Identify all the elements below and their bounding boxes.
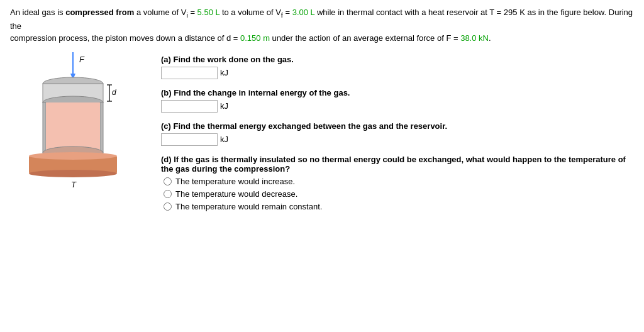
question-c: (c) Find the thermal energy exchanged be…: [161, 121, 634, 146]
question-a: (a) Find the work done on the gas. kJ: [161, 55, 634, 79]
svg-rect-11: [100, 102, 103, 153]
F-value: 38.0 kN: [460, 33, 489, 43]
svg-point-15: [29, 152, 117, 160]
radio-constant[interactable]: [164, 202, 172, 211]
d-value: 0.150 m: [240, 33, 270, 43]
answer-b-input[interactable]: [161, 100, 218, 113]
radio-increase[interactable]: [164, 177, 172, 185]
radio-increase-label: The temperature would increase.: [175, 177, 295, 186]
question-b-label: (b) Find the change in internal energy o…: [161, 88, 634, 97]
vf-value: 3.00 L: [292, 8, 315, 17]
radio-decrease-label: The temperature would decrease.: [175, 189, 297, 199]
question-b: (b) Find the change in internal energy o…: [161, 88, 634, 113]
svg-rect-12: [46, 102, 100, 153]
radio-option-1[interactable]: The temperature would increase.: [164, 177, 634, 186]
question-a-label: (a) Find the work done on the gas.: [161, 55, 634, 64]
cylinder-figure: F d T: [10, 52, 136, 197]
question-d-label: (d) If the gas is thermally insulated so…: [161, 155, 634, 174]
questions-panel: (a) Find the work done on the gas. kJ (b…: [161, 52, 634, 220]
answer-c-input[interactable]: [161, 133, 218, 146]
svg-text:F: F: [79, 55, 85, 64]
svg-text:T: T: [71, 180, 77, 189]
question-c-label: (c) Find the thermal energy exchanged be…: [161, 121, 634, 131]
answer-c-unit: kJ: [220, 135, 228, 144]
radio-option-2[interactable]: The temperature would decrease.: [164, 189, 634, 199]
svg-text:d: d: [112, 88, 116, 97]
radio-decrease[interactable]: [164, 190, 172, 198]
figure-panel: F d T: [10, 52, 148, 220]
question-d: (d) If the gas is thermally insulated so…: [161, 155, 634, 211]
answer-a-unit: kJ: [220, 68, 228, 77]
answer-a-input[interactable]: [161, 67, 218, 79]
svg-point-16: [29, 170, 117, 177]
radio-constant-label: The temperature would remain constant.: [175, 202, 322, 211]
radio-option-3[interactable]: The temperature would remain constant.: [164, 202, 634, 211]
vi-value: 5.50 L: [197, 8, 220, 17]
svg-rect-10: [43, 102, 46, 153]
answer-b-unit: kJ: [220, 101, 228, 111]
problem-statement: An ideal gas is compressed from a volume…: [10, 6, 634, 45]
